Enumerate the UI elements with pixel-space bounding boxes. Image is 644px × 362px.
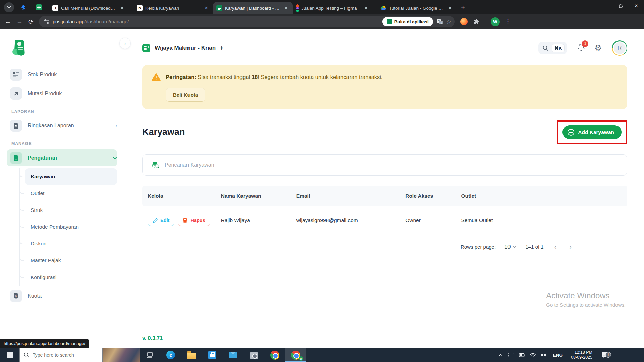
receipt-dollar-icon: $ bbox=[10, 290, 22, 302]
edit-button[interactable]: Edit bbox=[148, 215, 174, 226]
taskbar-chrome-active-button[interactable]: w bbox=[285, 348, 306, 362]
taskbar-search-box[interactable] bbox=[19, 348, 103, 362]
tab-close-icon[interactable]: ✕ bbox=[363, 5, 369, 11]
global-search-button[interactable]: ⌘K bbox=[538, 42, 567, 54]
start-button[interactable] bbox=[0, 348, 19, 362]
sidebar-item-kuota[interactable]: $ Kuota bbox=[10, 288, 117, 304]
taskbar-mail-button[interactable] bbox=[223, 348, 244, 362]
tab-favicon: J bbox=[52, 5, 58, 11]
svg-text:$: $ bbox=[15, 294, 17, 298]
table-row: Edit Hapus Rajib Wijaya wijayasign998@gm… bbox=[142, 206, 627, 234]
red-highlight-annotation: Add Karyawan bbox=[557, 120, 627, 144]
action-center-button[interactable]: 1 bbox=[597, 352, 612, 358]
edge-icon: e bbox=[166, 351, 175, 359]
submenu-item-struk[interactable]: Struk bbox=[25, 202, 117, 219]
forward-button[interactable]: → bbox=[16, 18, 23, 25]
submenu-item-master-pajak[interactable]: Master Pajak bbox=[25, 252, 117, 269]
taskbar-clock[interactable]: 12:18 PM 08-09-2025 bbox=[568, 350, 596, 360]
next-page-button[interactable]: › bbox=[567, 243, 574, 251]
tab-separator bbox=[131, 4, 131, 10]
window-close-button[interactable]: ✕ bbox=[629, 0, 644, 11]
reload-button[interactable]: ⟳ bbox=[28, 18, 34, 26]
submenu-item-metode-pembayaran[interactable]: Metode Pembayaran bbox=[25, 219, 117, 235]
taskbar-file-explorer-button[interactable] bbox=[181, 348, 202, 362]
sidebar-item-pengaturan[interactable]: Pengaturan bbox=[7, 149, 117, 166]
extensions-puzzle-icon[interactable] bbox=[473, 18, 480, 25]
sidebar-item-ringkasan-laporan[interactable]: Ringkasan Laporan › bbox=[10, 117, 117, 134]
employee-search-input[interactable] bbox=[165, 162, 618, 168]
pinned-tab-blue-icon[interactable] bbox=[17, 2, 29, 13]
battery-icon[interactable] bbox=[518, 353, 527, 357]
taskbar-edge-button[interactable]: e bbox=[160, 348, 181, 362]
taskbar-search-input[interactable] bbox=[33, 352, 90, 358]
translate-icon[interactable]: G文 bbox=[436, 19, 443, 25]
bookmark-star-icon[interactable]: ☆ bbox=[446, 18, 451, 25]
browser-profile-avatar[interactable]: W bbox=[491, 17, 500, 26]
rows-per-page-select[interactable]: 10 bbox=[504, 244, 517, 250]
tray-expand-button[interactable] bbox=[496, 354, 505, 356]
task-view-button[interactable] bbox=[140, 348, 160, 362]
store-name: Wijaya Makmur - Krian bbox=[155, 45, 216, 51]
plus-circle-icon bbox=[567, 129, 575, 136]
sidebar-collapse-button[interactable]: ‹ bbox=[119, 38, 131, 49]
omnibox[interactable]: pos.jualan.app/dashboard/manage/ Buka di… bbox=[39, 16, 455, 27]
jualan-app-icon bbox=[387, 19, 392, 24]
taskbar-time: 12:18 PM bbox=[574, 350, 592, 355]
notifications-button[interactable]: 1 bbox=[578, 43, 585, 53]
submenu-item-outlet[interactable]: Outlet bbox=[25, 185, 117, 202]
extension-avatar-icon[interactable] bbox=[460, 18, 468, 25]
window-restore-button[interactable] bbox=[613, 0, 629, 11]
tab-close-icon[interactable]: ✕ bbox=[447, 5, 453, 11]
taskbar-camera-button[interactable] bbox=[244, 348, 264, 362]
volume-icon[interactable] bbox=[539, 353, 548, 357]
windows-taskbar: e w ENG 12 bbox=[0, 348, 644, 362]
site-settings-icon[interactable] bbox=[44, 19, 49, 24]
url-text[interactable]: pos.jualan.app/dashboard/manage/ bbox=[53, 19, 129, 24]
new-tab-button[interactable]: + bbox=[457, 3, 469, 14]
tab-karyawan-dashboard-active[interactable]: Karyawan | Dashboard - Jualan ✕ bbox=[213, 2, 293, 14]
open-in-app-button[interactable]: Buka di aplikasi bbox=[382, 17, 433, 26]
tab-close-icon[interactable]: ✕ bbox=[203, 5, 210, 11]
column-header-role: Role Akses bbox=[400, 186, 455, 206]
taskbar-chrome-button[interactable] bbox=[264, 348, 285, 362]
pinned-tab-green-icon[interactable] bbox=[33, 2, 45, 13]
sidebar-section-laporan: LAPORAN bbox=[11, 109, 117, 114]
add-karyawan-button[interactable]: Add Karyawan bbox=[562, 125, 622, 139]
taskbar-date: 08-09-2025 bbox=[571, 355, 592, 360]
window-minimize-button[interactable]: — bbox=[598, 0, 613, 11]
tab-cari-memulai[interactable]: J Cari Memulai (Download Aplika ✕ bbox=[49, 2, 129, 14]
app-version: v. 0.3.71 bbox=[142, 335, 163, 341]
submenu-item-diskon[interactable]: Diskon bbox=[25, 235, 117, 252]
sidebar-item-stok-produk[interactable]: Stok Produk bbox=[10, 66, 117, 83]
activate-windows-watermark: Activate Windows Go to Settings to activ… bbox=[546, 291, 626, 308]
pengaturan-submenu: Karyawan Outlet Struk Metode Pembayaran … bbox=[19, 168, 117, 286]
submenu-item-karyawan[interactable]: Karyawan bbox=[25, 168, 117, 185]
delete-button[interactable]: Hapus bbox=[178, 215, 210, 226]
gear-icon[interactable]: ⚙ bbox=[594, 43, 602, 53]
sidebar-item-mutasi-produk[interactable]: Mutasi Produk bbox=[10, 85, 117, 102]
tab-google-drive[interactable]: Tutorial Jualan - Google Drive ✕ bbox=[377, 2, 457, 14]
tablet-mode-icon[interactable] bbox=[507, 353, 516, 357]
pagination: Rows per page: 10 1–1 of 1 ‹ › bbox=[142, 243, 574, 251]
profile-w-badge: w bbox=[299, 356, 303, 361]
tab-kelola-karyawan[interactable]: N Kelola Karyawan ✕ bbox=[133, 2, 213, 14]
taskbar-widget-thumbnail[interactable] bbox=[103, 348, 140, 362]
store-selector[interactable]: Wijaya Makmur - Krian ▲▼ bbox=[142, 44, 223, 52]
tab-close-icon[interactable]: ✕ bbox=[119, 5, 125, 11]
file-explorer-icon bbox=[187, 353, 196, 359]
tab-close-icon[interactable]: ✕ bbox=[283, 5, 289, 11]
taskbar-store-button[interactable] bbox=[202, 348, 223, 362]
previous-page-button[interactable]: ‹ bbox=[552, 243, 559, 251]
buy-quota-button[interactable]: Beli Kuota bbox=[166, 88, 205, 102]
submenu-item-konfigurasi[interactable]: Konfigurasi bbox=[25, 269, 117, 286]
tab-search-button[interactable] bbox=[4, 2, 14, 12]
toolbar-separator bbox=[485, 18, 485, 25]
language-indicator[interactable]: ENG bbox=[550, 353, 566, 358]
user-avatar[interactable]: R bbox=[612, 40, 627, 56]
tab-figma[interactable]: Jualan App Testing – Figma ✕ bbox=[293, 2, 373, 14]
window-controls: — ✕ bbox=[598, 0, 644, 11]
back-button[interactable]: ← bbox=[5, 18, 11, 25]
system-tray: ENG 12:18 PM 08-09-2025 1 bbox=[496, 348, 644, 362]
wifi-icon[interactable] bbox=[528, 353, 538, 357]
browser-menu-icon[interactable]: ⋮ bbox=[505, 18, 511, 25]
